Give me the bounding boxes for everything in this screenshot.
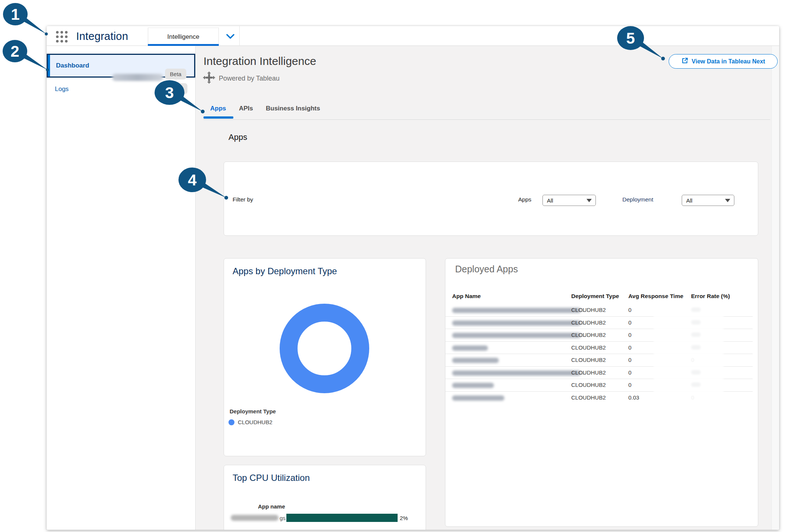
- cell-error-rate: [691, 307, 701, 313]
- scrollbar-track[interactable]: [771, 46, 779, 530]
- table-row[interactable]: ..CLOUDHUB20: [445, 317, 753, 329]
- tab-business-insights[interactable]: Business Insights: [266, 105, 320, 112]
- callout-2: 2: [3, 40, 49, 71]
- apps-filter-label: Apps: [518, 196, 531, 203]
- cell-app-name: ..: [452, 307, 585, 313]
- legend-label: CLOUDHUB2: [238, 419, 273, 425]
- redacted-app-name: [452, 383, 494, 388]
- cell-avg-response-time: 0: [628, 332, 631, 338]
- redacted-error-rate: [691, 320, 701, 325]
- table-header-row: App Name Deployment Type Avg Response Ti…: [445, 293, 758, 301]
- svg-text:1: 1: [11, 6, 19, 23]
- redacted-app-name: [452, 320, 581, 326]
- table-row[interactable]: CLOUDHUB20: [445, 379, 753, 392]
- legend-item-cloudhub2[interactable]: CLOUDHUB2: [228, 419, 273, 425]
- card-title: Deployed Apps: [455, 264, 518, 275]
- redacted-app-name: [452, 345, 488, 351]
- table-row[interactable]: ..CLOUDHUB20: [445, 329, 753, 342]
- view-data-in-tableau-next-button[interactable]: View Data in Tableau Next: [669, 54, 778, 69]
- cell-deployment-type: CLOUDHUB2: [571, 369, 606, 376]
- col-header-error-rate: Error Rate (%): [691, 293, 730, 300]
- filter-by-label: Filter by: [233, 196, 253, 203]
- tab-apis[interactable]: APIs: [239, 105, 253, 112]
- section-heading-apps: Apps: [228, 132, 247, 142]
- cell-error-rate: 0: [691, 394, 694, 401]
- external-link-icon: [681, 57, 688, 66]
- tabs-divider: [203, 119, 770, 120]
- content-tabs: Apps APIs Business Insights: [196, 105, 779, 113]
- sidebar-item-logs[interactable]: Logs: [55, 85, 69, 93]
- card-title: Top CPU Utilization: [233, 473, 310, 483]
- beta-badge: Beta: [165, 69, 186, 79]
- redacted-text: [112, 74, 163, 81]
- cell-deployment-type: CLOUDHUB2: [571, 382, 606, 388]
- sidebar: Dashboard Beta Logs: [47, 46, 196, 530]
- deployment-type-donut-chart[interactable]: [280, 304, 369, 393]
- cell-error-rate: 0: [691, 357, 694, 363]
- selected-accent-bar: [48, 55, 50, 76]
- chevron-down-icon[interactable]: [226, 34, 234, 41]
- cell-error-rate: [691, 344, 701, 351]
- page-title: Integration Intelligence: [203, 55, 316, 68]
- table-body: ..CLOUDHUB20..CLOUDHUB20..CLOUDHUB20CLOU…: [445, 304, 758, 404]
- button-label: View Data in Tableau Next: [692, 58, 765, 65]
- redacted-app-name: [452, 370, 581, 376]
- app-window: Integration Intelligence Dashboard Beta …: [47, 26, 779, 530]
- redacted-error-rate: [691, 345, 701, 350]
- nav-tab-label: Intelligence: [167, 33, 199, 41]
- deployment-filter-dropdown[interactable]: All: [682, 195, 734, 206]
- table-row[interactable]: CLOUDHUB20: [445, 342, 753, 354]
- tab-apps[interactable]: Apps: [210, 105, 226, 112]
- header-divider: [239, 26, 240, 46]
- redacted-app-name: [452, 395, 504, 401]
- table-row[interactable]: CLOUDHUB200: [445, 354, 753, 367]
- apps-filter-value: All: [547, 197, 553, 204]
- dropdown-caret-icon: [587, 199, 592, 202]
- cell-avg-response-time: 0.03: [628, 394, 639, 401]
- table-row[interactable]: CLOUDHUB20.030: [445, 392, 753, 404]
- legend-color-dot: [228, 419, 234, 425]
- sidebar-item-label: Dashboard: [56, 62, 89, 69]
- cpu-bar-value: 2%: [400, 515, 408, 521]
- redacted-error-rate: [691, 370, 701, 375]
- cell-error-rate: [691, 382, 701, 388]
- redacted-error-rate: [691, 332, 701, 337]
- cell-avg-response-time: 0: [628, 319, 631, 326]
- cell-app-name: ..: [452, 319, 585, 326]
- cell-avg-response-time: 0: [628, 369, 631, 376]
- card-title: Apps by Deployment Type: [233, 266, 337, 276]
- top-cpu-utilization-card: Top CPU Utilization App name gs 2%: [224, 465, 426, 530]
- legend-title: Deployment Type: [230, 408, 276, 414]
- table-row[interactable]: ..CLOUDHUB20: [445, 304, 753, 317]
- redacted-error-rate: [691, 382, 701, 387]
- dropdown-caret-icon: [725, 199, 730, 202]
- powered-by-tableau: Powered by Tableau: [203, 72, 280, 85]
- app-title: Integration: [76, 30, 128, 43]
- filter-panel: Filter by Apps All Deployment All: [224, 162, 758, 236]
- cell-app-name: ..: [452, 332, 585, 338]
- redacted-app-name: [452, 358, 499, 363]
- page: Integration Intelligence Dashboard Beta …: [0, 0, 787, 532]
- cell-app-name: ..: [452, 369, 585, 376]
- cell-avg-response-time: 0: [628, 357, 631, 363]
- cell-deployment-type: CLOUDHUB2: [571, 319, 606, 326]
- cell-avg-response-time: 0: [628, 382, 631, 388]
- table-row[interactable]: ..CLOUDHUB20: [445, 367, 753, 379]
- deployment-filter-label: Deployment: [622, 196, 653, 203]
- cell-avg-response-time: 0: [628, 307, 631, 313]
- nav-tab-intelligence[interactable]: Intelligence: [148, 28, 219, 46]
- app-launcher-icon[interactable]: [56, 31, 68, 42]
- redacted-app-name: [452, 308, 581, 313]
- powered-by-label: Powered by Tableau: [219, 75, 280, 82]
- cell-error-rate: [691, 369, 701, 376]
- cell-app-name: [452, 394, 504, 401]
- deployment-filter-value: All: [686, 197, 693, 204]
- apps-filter-dropdown[interactable]: All: [542, 195, 596, 206]
- redacted-app-name: [231, 515, 279, 521]
- cell-deployment-type: CLOUDHUB2: [571, 357, 606, 363]
- cpu-bar-row: gs 2%: [231, 514, 408, 522]
- col-header-deployment-type: Deployment Type: [571, 293, 619, 300]
- cpu-utilization-bar[interactable]: [286, 514, 398, 522]
- cell-deployment-type: CLOUDHUB2: [571, 344, 606, 351]
- cell-deployment-type: CLOUDHUB2: [571, 307, 606, 313]
